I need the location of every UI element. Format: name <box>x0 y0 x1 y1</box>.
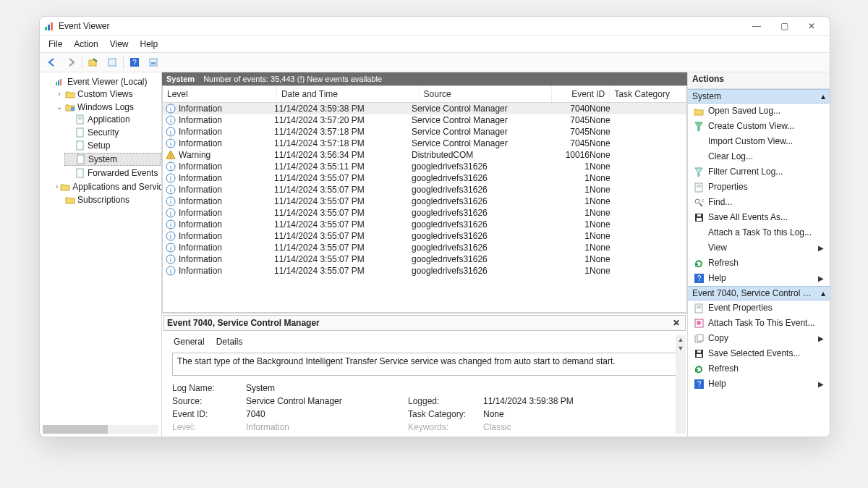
menu-view[interactable]: View <box>104 38 135 51</box>
action-attach-a-task-to-this-log[interactable]: Attach a Task To this Log... <box>688 225 830 240</box>
svg-rect-0 <box>45 27 47 30</box>
tree-apps-services[interactable]: › Applications and Services Log <box>54 181 161 193</box>
action-view[interactable]: View▶ <box>688 240 830 256</box>
table-row[interactable]: iInformation11/14/2024 3:57:18 PMService… <box>163 138 686 149</box>
col-eventid[interactable]: Event ID <box>552 86 610 102</box>
action-help[interactable]: ?Help▶ <box>688 376 830 392</box>
table-row[interactable]: iInformation11/14/2024 3:55:11 PMgoogled… <box>163 161 686 172</box>
action-import-custom-view[interactable]: Import Custom View... <box>688 134 830 149</box>
col-level[interactable]: Level <box>163 86 277 102</box>
table-row[interactable]: iInformation11/14/2024 3:55:07 PMgoogled… <box>163 219 686 230</box>
collapse-icon[interactable]: ▴ <box>821 288 825 298</box>
tree-log-forwarded[interactable]: Forwarded Events <box>64 167 161 179</box>
information-icon: i <box>166 104 176 114</box>
tree-custom-views[interactable]: › Custom Views <box>54 88 161 100</box>
action-refresh[interactable]: Refresh <box>688 256 830 271</box>
grid-body[interactable]: iInformation11/14/2024 3:59:38 PMService… <box>163 103 686 312</box>
export-button[interactable] <box>85 54 101 70</box>
table-row[interactable]: iInformation11/14/2024 3:59:38 PMService… <box>163 103 686 114</box>
cell-level: Information <box>179 185 222 195</box>
tree-log-setup[interactable]: Setup <box>64 140 161 151</box>
actions-section-system[interactable]: System ▴ <box>688 89 830 104</box>
table-row[interactable]: !Warning11/14/2024 3:56:34 PMDistributed… <box>163 149 686 161</box>
action-save-selected-events[interactable]: Save Selected Events... <box>688 346 830 361</box>
help-icon: ? <box>694 274 704 284</box>
cell-task: None <box>590 150 659 160</box>
minimize-button[interactable]: — <box>743 17 770 35</box>
tree-windows-logs[interactable]: ⌄ Windows Logs <box>54 101 161 113</box>
tree-log-system[interactable]: System <box>64 153 161 166</box>
cell-level: Information <box>179 266 222 276</box>
log-icon <box>75 168 85 178</box>
tree-hscrollbar[interactable] <box>43 425 158 434</box>
information-icon: i <box>166 231 176 241</box>
menu-action[interactable]: Action <box>68 38 103 51</box>
event-grid[interactable]: Level Date and Time Source Event ID Task… <box>162 85 687 313</box>
chevron-right-icon[interactable]: › <box>56 88 63 100</box>
svg-text:i: i <box>170 198 171 206</box>
table-row[interactable]: iInformation11/14/2024 3:57:18 PMService… <box>163 126 686 138</box>
action-open-saved-log[interactable]: Open Saved Log... <box>688 104 830 119</box>
blank-icon <box>694 152 704 162</box>
properties-icon <box>694 303 704 314</box>
action-properties[interactable]: Properties <box>688 180 830 195</box>
grid-header[interactable]: Level Date and Time Source Event ID Task… <box>163 86 686 103</box>
information-icon: i <box>166 266 176 276</box>
svg-text:i: i <box>170 129 171 136</box>
menu-help[interactable]: Help <box>135 38 164 51</box>
svg-text:?: ? <box>697 380 701 388</box>
action-copy[interactable]: Copy▶ <box>688 331 830 346</box>
level-label: Level: <box>172 422 240 432</box>
table-row[interactable]: iInformation11/14/2024 3:57:20 PMService… <box>163 114 686 126</box>
table-row[interactable]: iInformation11/14/2024 3:55:07 PMgoogled… <box>163 184 686 195</box>
information-icon: i <box>166 138 176 148</box>
menu-file[interactable]: File <box>43 38 68 51</box>
action-create-custom-view[interactable]: Create Custom View... <box>688 119 830 134</box>
back-button[interactable] <box>44 54 60 70</box>
svg-line-53 <box>699 203 702 206</box>
col-task[interactable]: Task Category <box>610 86 686 102</box>
properties-button[interactable] <box>104 54 120 70</box>
cell-date: 11/14/2024 3:59:38 PM <box>274 104 412 114</box>
scrollbar-thumb[interactable] <box>43 425 108 434</box>
close-button[interactable]: ✕ <box>798 17 825 35</box>
table-row[interactable]: iInformation11/14/2024 3:55:07 PMgoogled… <box>163 253 686 265</box>
details-vscrollbar[interactable]: ▲ ▼ <box>676 335 686 434</box>
action-help[interactable]: ?Help▶ <box>688 271 830 286</box>
navigation-tree[interactable]: Event Viewer (Local) › Custom Views ⌄ Wi… <box>40 72 162 437</box>
action-refresh[interactable]: Refresh <box>688 361 830 376</box>
table-row[interactable]: iInformation11/14/2024 3:55:07 PMgoogled… <box>163 242 686 253</box>
actions-section-event[interactable]: Event 7040, Service Control Manager ▴ <box>688 286 830 300</box>
action-filter-current-log[interactable]: Filter Current Log... <box>688 164 830 180</box>
preview-button[interactable] <box>145 54 161 70</box>
svg-rect-56 <box>697 218 702 221</box>
col-source[interactable]: Source <box>420 86 552 102</box>
table-row[interactable]: iInformation11/14/2024 3:55:07 PMgoogled… <box>163 265 686 277</box>
tree-log-application[interactable]: Application <box>64 114 161 125</box>
tab-details[interactable]: Details <box>215 335 244 348</box>
col-date[interactable]: Date and Time <box>277 86 420 102</box>
forward-button[interactable] <box>63 54 79 70</box>
details-close-button[interactable]: ✕ <box>671 317 682 329</box>
maximize-button[interactable]: ▢ <box>770 17 798 35</box>
tree-log-security[interactable]: Security <box>64 127 161 138</box>
tree-root[interactable]: Event Viewer (Local) <box>44 76 161 88</box>
chevron-down-icon[interactable]: ⌄ <box>56 101 63 113</box>
scroll-down-icon[interactable]: ▼ <box>676 344 686 353</box>
help-button[interactable]: ? <box>127 54 142 70</box>
scroll-up-icon[interactable]: ▲ <box>676 335 686 344</box>
table-row[interactable]: iInformation11/14/2024 3:55:07 PMgoogled… <box>163 172 686 184</box>
table-row[interactable]: iInformation11/14/2024 3:55:07 PMgoogled… <box>163 230 686 242</box>
collapse-icon[interactable]: ▴ <box>821 91 825 101</box>
tree-subscriptions[interactable]: Subscriptions <box>54 194 161 206</box>
action-attach-task-to-this-event[interactable]: Attach Task To This Event... <box>688 316 830 331</box>
action-clear-log[interactable]: Clear Log... <box>688 149 830 164</box>
action-find[interactable]: oFind... <box>688 195 830 210</box>
chevron-right-icon[interactable]: › <box>56 181 58 193</box>
action-event-properties[interactable]: Event Properties <box>688 300 830 316</box>
table-row[interactable]: iInformation11/14/2024 3:55:07 PMgoogled… <box>163 195 686 207</box>
cell-date: 11/14/2024 3:55:07 PM <box>274 231 412 241</box>
table-row[interactable]: iInformation11/14/2024 3:55:07 PMgoogled… <box>163 207 686 219</box>
tab-general[interactable]: General <box>172 335 206 348</box>
action-save-all-events-as[interactable]: Save All Events As... <box>688 210 830 225</box>
